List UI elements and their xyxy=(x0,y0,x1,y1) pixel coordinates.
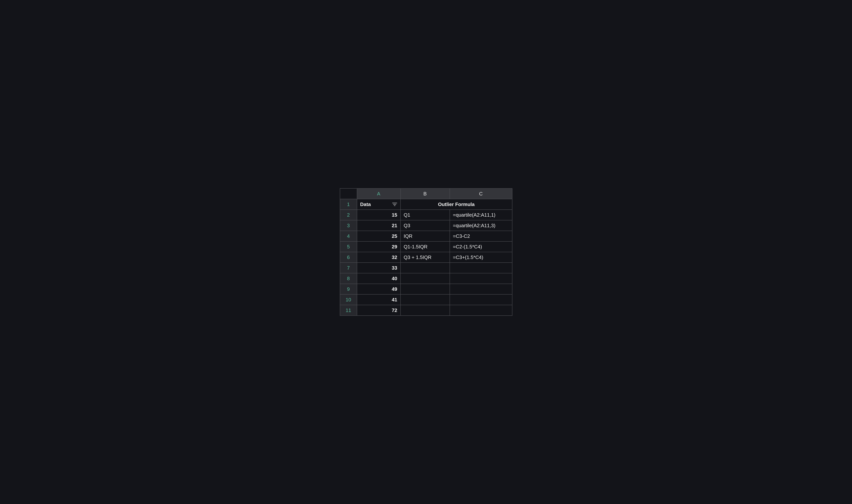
cell-A7[interactable]: 33 xyxy=(357,263,401,273)
cell-C9[interactable] xyxy=(450,284,512,294)
row-3: 3 21 Q3 =quartile(A2:A11,3) xyxy=(340,220,512,231)
cell-A5[interactable]: 29 xyxy=(357,241,401,252)
cell-B9[interactable] xyxy=(401,284,450,294)
cell-A1-text: Data xyxy=(360,201,371,208)
cell-B6[interactable]: Q3 + 1.5IQR xyxy=(401,252,450,263)
row-header-5[interactable]: 5 xyxy=(340,241,357,252)
cell-A1[interactable]: Data xyxy=(357,199,401,210)
cell-B5[interactable]: Q1-1.5IQR xyxy=(401,241,450,252)
cell-C5[interactable]: =C2-(1.5*C4) xyxy=(450,241,512,252)
row-7: 7 33 xyxy=(340,263,512,273)
cell-C10[interactable] xyxy=(450,294,512,305)
cell-B7[interactable] xyxy=(401,263,450,273)
cell-C8[interactable] xyxy=(450,273,512,284)
row-header-11[interactable]: 11 xyxy=(340,305,357,316)
row-header-4[interactable]: 4 xyxy=(340,231,357,241)
cell-C3[interactable]: =quartile(A2:A11,3) xyxy=(450,220,512,231)
row-header-1[interactable]: 1 xyxy=(340,199,357,210)
row-header-3[interactable]: 3 xyxy=(340,220,357,231)
row-header-8[interactable]: 8 xyxy=(340,273,357,284)
cell-C4[interactable]: =C3-C2 xyxy=(450,231,512,241)
col-header-C[interactable]: C xyxy=(450,188,512,199)
row-header-9[interactable]: 9 xyxy=(340,284,357,294)
cell-B11[interactable] xyxy=(401,305,450,316)
cell-C6[interactable]: =C3+(1.5*C4) xyxy=(450,252,512,263)
cell-B8[interactable] xyxy=(401,273,450,284)
row-8: 8 40 xyxy=(340,273,512,284)
row-9: 9 49 xyxy=(340,284,512,294)
row-5: 5 29 Q1-1.5IQR =C2-(1.5*C4) xyxy=(340,241,512,252)
row-10: 10 41 xyxy=(340,294,512,305)
row-2: 2 15 Q1 =quartile(A2:A11,1) xyxy=(340,210,512,220)
row-6: 6 32 Q3 + 1.5IQR =C3+(1.5*C4) xyxy=(340,252,512,263)
cell-B10[interactable] xyxy=(401,294,450,305)
cell-B3[interactable]: Q3 xyxy=(401,220,450,231)
cell-A3[interactable]: 21 xyxy=(357,220,401,231)
row-header-10[interactable]: 10 xyxy=(340,294,357,305)
column-header-row: A B C xyxy=(340,188,512,199)
corner-cell xyxy=(340,188,357,199)
col-header-B[interactable]: B xyxy=(401,188,450,199)
spreadsheet-container: A B C 1 Data Outlier Form xyxy=(0,0,852,504)
cell-A10[interactable]: 41 xyxy=(357,294,401,305)
col-header-A[interactable]: A xyxy=(357,188,401,199)
cell-B2[interactable]: Q1 xyxy=(401,210,450,220)
cell-C11[interactable] xyxy=(450,305,512,316)
cell-BC1[interactable]: Outlier Formula xyxy=(401,199,512,210)
spreadsheet-grid: A B C 1 Data Outlier Form xyxy=(340,188,512,316)
cell-C2[interactable]: =quartile(A2:A11,1) xyxy=(450,210,512,220)
row-header-2[interactable]: 2 xyxy=(340,210,357,220)
cell-C7[interactable] xyxy=(450,263,512,273)
row-4: 4 25 IQR =C3-C2 xyxy=(340,231,512,241)
row-header-7[interactable]: 7 xyxy=(340,263,357,273)
filter-icon[interactable] xyxy=(392,202,397,206)
row-header-6[interactable]: 6 xyxy=(340,252,357,263)
cell-A4[interactable]: 25 xyxy=(357,231,401,241)
cell-A6[interactable]: 32 xyxy=(357,252,401,263)
cell-A9[interactable]: 49 xyxy=(357,284,401,294)
cell-A2[interactable]: 15 xyxy=(357,210,401,220)
row-1: 1 Data Outlier Formula xyxy=(340,199,512,210)
cell-A11[interactable]: 72 xyxy=(357,305,401,316)
cell-B4[interactable]: IQR xyxy=(401,231,450,241)
cell-A8[interactable]: 40 xyxy=(357,273,401,284)
row-11: 11 72 xyxy=(340,305,512,316)
